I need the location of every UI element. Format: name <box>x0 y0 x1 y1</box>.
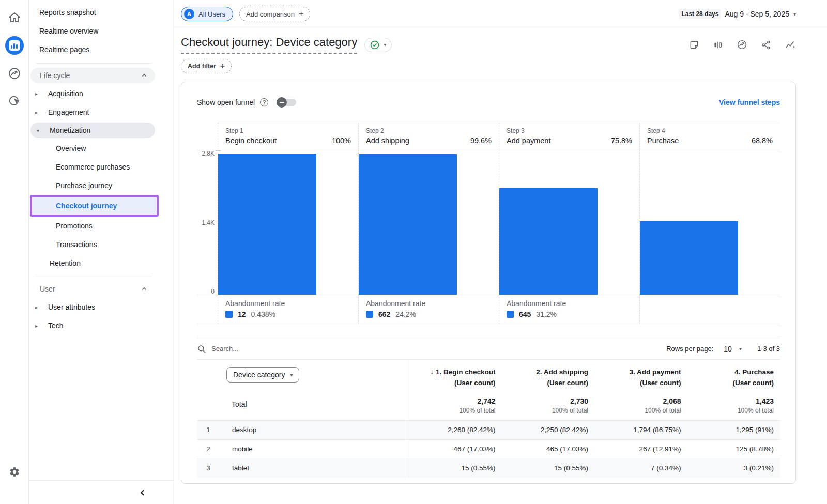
row-cell: 2,250 (82.42%) <box>502 420 595 439</box>
funnel-step-header-3[interactable]: Step 3 Add payment75.8% <box>499 123 639 150</box>
view-funnel-steps-link[interactable]: View funnel steps <box>719 98 780 106</box>
abandonment-cell-2: Abandonment rate 66224.2% <box>358 295 499 324</box>
column-title[interactable]: 2. Add shipping <box>536 368 588 377</box>
total-cell: 2,742 100% of total <box>409 392 502 420</box>
sidebar-item-promotions[interactable]: Promotions <box>29 217 173 235</box>
abandonment-rate: 31.2% <box>536 310 557 318</box>
sidebar-item-monetization[interactable]: ▾ Monetization <box>30 123 155 138</box>
customize-report-icon[interactable] <box>713 40 723 50</box>
reports-sidebar: Reports snapshot Realtime overview Realt… <box>29 0 174 504</box>
sidebar-divider <box>36 63 151 64</box>
sidebar-item-acquisition[interactable]: ▸ Acquisition <box>29 84 173 103</box>
share-icon[interactable] <box>761 40 771 50</box>
date-preset-label: Last 28 days <box>679 9 721 19</box>
funnel-bar-add-shipping[interactable] <box>359 154 457 295</box>
total-label: Total <box>197 392 409 420</box>
insights-circle-icon[interactable] <box>737 39 747 50</box>
sidebar-section-life-cycle[interactable]: Life cycle <box>30 68 155 83</box>
sidebar-item-reports-snapshot[interactable]: Reports snapshot <box>29 3 173 22</box>
sidebar-item-label: User attributes <box>48 303 95 311</box>
sidebar-item-engagement[interactable]: ▸ Engagement <box>29 103 173 121</box>
sidebar-item-label: Checkout journey <box>56 202 117 210</box>
report-header: Checkout journey: Device category ▾ <box>174 28 827 54</box>
column-title[interactable]: 4. Purchase <box>734 368 774 377</box>
column-subtitle[interactable]: (User count) <box>454 379 496 388</box>
sidebar-item-tech[interactable]: ▸ Tech <box>29 316 173 335</box>
sidebar-section-user[interactable]: User <box>30 281 155 297</box>
help-icon[interactable]: ? <box>260 98 268 106</box>
sidebar-item-purchase-journey[interactable]: Purchase journey <box>29 176 173 195</box>
sort-descending-icon: ↓ <box>430 368 434 376</box>
expander-right-icon: ▸ <box>35 323 48 329</box>
explore-icon[interactable] <box>5 64 24 83</box>
abandonment-label: Abandonment rate <box>366 299 492 308</box>
sidebar-item-label: Realtime overview <box>39 27 98 35</box>
funnel-report-card: Show open funnel ? View funnel steps Ste… <box>181 82 796 484</box>
add-filter-button[interactable]: Add filter + <box>181 59 232 73</box>
section-label: Life cycle <box>40 71 70 80</box>
open-funnel-toggle[interactable] <box>278 99 296 106</box>
settings-gear-icon[interactable] <box>5 463 24 481</box>
dimension-selector-label: Device category <box>233 371 285 379</box>
chevron-up-icon <box>142 73 147 78</box>
column-subtitle[interactable]: (User count) <box>547 379 588 388</box>
row-cell: 15 (0.55%) <box>502 459 595 478</box>
home-icon[interactable] <box>5 8 24 27</box>
sidebar-item-label: Monetization <box>50 126 90 134</box>
step-name: Purchase <box>647 136 679 145</box>
sidebar-item-ecommerce-purchases[interactable]: Ecommerce purchases <box>29 158 173 176</box>
funnel-bar-purchase[interactable] <box>640 221 738 295</box>
row-index: 3 <box>197 459 223 478</box>
page-title[interactable]: Checkout journey: Device category <box>181 36 357 54</box>
show-open-funnel-label: Show open funnel <box>197 98 255 106</box>
rows-per-page-value[interactable]: 10 <box>724 345 732 353</box>
all-users-chip[interactable]: A All Users <box>181 7 233 21</box>
funnel-column-1 <box>218 150 358 295</box>
dimension-selector-button[interactable]: Device category ▾ <box>226 367 299 383</box>
sidebar-item-retention[interactable]: Retention <box>29 254 173 272</box>
date-range-picker[interactable]: Last 28 days Aug 9 - Sep 5, 2025 ▾ <box>679 9 796 19</box>
plus-icon: + <box>299 9 303 19</box>
sparkline-insights-icon[interactable] <box>785 39 796 51</box>
table-toolbar: Rows per page: 10 ▾ 1-3 of 3 <box>197 338 780 359</box>
sidebar-item-realtime-overview[interactable]: Realtime overview <box>29 22 173 40</box>
reports-icon[interactable] <box>5 36 24 55</box>
sidebar-item-checkout-journey[interactable]: Checkout journey <box>32 197 157 215</box>
abandonment-gutter <box>197 295 218 324</box>
abandonment-count: 645 <box>519 310 531 318</box>
funnel-step-header-1[interactable]: Step 1 Begin checkout100% <box>218 123 358 150</box>
funnel-bar-begin-checkout[interactable] <box>218 154 316 295</box>
column-title[interactable]: 1. Begin checkout <box>436 368 496 377</box>
add-comparison-label: Add comparison <box>246 10 295 18</box>
funnel-bar-add-payment[interactable] <box>499 188 598 295</box>
column-header-begin-checkout: ↓1. Begin checkout (User count) <box>409 360 502 392</box>
segment-avatar: A <box>184 9 194 19</box>
sidebar-item-transactions[interactable]: Transactions <box>29 235 173 254</box>
row-cell: 125 (8.78%) <box>687 439 780 459</box>
step-completion-rate: 68.8% <box>752 136 773 145</box>
sidebar-item-label: Acquisition <box>48 89 83 98</box>
expander-down-icon: ▾ <box>37 128 50 133</box>
step-number: Step 2 <box>366 127 492 134</box>
caret-down-icon: ▾ <box>290 372 293 378</box>
search-input[interactable] <box>211 345 366 353</box>
sidebar-item-realtime-pages[interactable]: Realtime pages <box>29 40 173 59</box>
advertising-icon[interactable] <box>5 92 24 111</box>
row-cell: 15 (0.55%) <box>409 459 502 478</box>
column-subtitle[interactable]: (User count) <box>732 379 774 388</box>
add-comparison-button[interactable]: Add comparison + <box>239 7 310 21</box>
abandonment-rate: 0.438% <box>251 310 275 318</box>
caret-down-icon[interactable]: ▾ <box>739 346 742 352</box>
collapse-sidebar-icon[interactable] <box>139 489 146 496</box>
caret-down-icon: ▾ <box>384 42 386 48</box>
step-name: Add shipping <box>366 136 409 145</box>
funnel-step-header-4[interactable]: Step 4 Purchase68.8% <box>639 123 780 150</box>
sidebar-item-overview[interactable]: Overview <box>29 139 173 158</box>
sidebar-item-user-attributes[interactable]: ▸ User attributes <box>29 298 173 316</box>
funnel-step-header-2[interactable]: Step 2 Add shipping99.6% <box>358 123 499 150</box>
column-title[interactable]: 3. Add payment <box>629 368 681 377</box>
column-subtitle[interactable]: (User count) <box>640 379 681 388</box>
abandonment-cell-1: Abandonment rate 120.438% <box>218 295 358 324</box>
report-status-pill[interactable]: ▾ <box>364 38 392 52</box>
note-icon[interactable] <box>689 40 699 50</box>
